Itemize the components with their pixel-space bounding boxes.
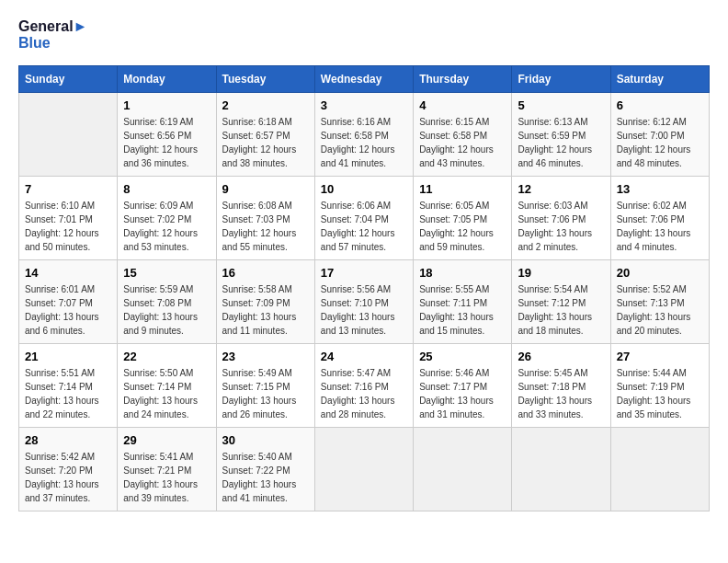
column-header-friday: Friday	[512, 66, 610, 93]
day-number: 13	[617, 182, 703, 196]
day-info: Sunrise: 5:56 AMSunset: 7:10 PMDaylight:…	[321, 282, 407, 338]
day-number: 1	[123, 98, 210, 112]
calendar-week-3: 14 Sunrise: 6:01 AMSunset: 7:07 PMDaylig…	[19, 260, 710, 344]
calendar-cell: 13 Sunrise: 6:02 AMSunset: 7:06 PMDaylig…	[610, 177, 709, 260]
calendar-cell: 2 Sunrise: 6:18 AMSunset: 6:57 PMDayligh…	[216, 93, 314, 177]
day-info: Sunrise: 5:45 AMSunset: 7:18 PMDaylight:…	[518, 366, 604, 421]
day-number: 28	[25, 433, 111, 447]
day-info: Sunrise: 6:13 AMSunset: 6:59 PMDaylight:…	[518, 115, 604, 170]
calendar-cell: 27 Sunrise: 5:44 AMSunset: 7:19 PMDaylig…	[610, 344, 709, 428]
calendar-cell: 4 Sunrise: 6:15 AMSunset: 6:58 PMDayligh…	[414, 93, 512, 177]
day-number: 9	[222, 182, 309, 196]
calendar-cell: 14 Sunrise: 6:01 AMSunset: 7:07 PMDaylig…	[19, 260, 118, 344]
day-info: Sunrise: 6:06 AMSunset: 7:04 PMDaylight:…	[321, 199, 407, 254]
calendar-cell: 12 Sunrise: 6:03 AMSunset: 7:06 PMDaylig…	[512, 177, 610, 260]
day-info: Sunrise: 5:55 AMSunset: 7:11 PMDaylight:…	[419, 282, 506, 338]
day-info: Sunrise: 5:41 AMSunset: 7:21 PMDaylight:…	[123, 450, 210, 505]
day-info: Sunrise: 5:46 AMSunset: 7:17 PMDaylight:…	[419, 366, 506, 421]
day-info: Sunrise: 6:01 AMSunset: 7:07 PMDaylight:…	[25, 282, 111, 338]
calendar-cell: 3 Sunrise: 6:16 AMSunset: 6:58 PMDayligh…	[314, 93, 413, 177]
day-number: 21	[25, 350, 111, 363]
calendar-cell: 16 Sunrise: 5:58 AMSunset: 7:09 PMDaylig…	[216, 260, 314, 344]
calendar-cell: 21 Sunrise: 5:51 AMSunset: 7:14 PMDaylig…	[19, 344, 118, 428]
day-info: Sunrise: 5:59 AMSunset: 7:08 PMDaylight:…	[123, 282, 210, 338]
day-number: 30	[222, 433, 309, 447]
calendar-cell: 11 Sunrise: 6:05 AMSunset: 7:05 PMDaylig…	[414, 177, 512, 260]
calendar-cell: 1 Sunrise: 6:19 AMSunset: 6:56 PMDayligh…	[118, 93, 216, 177]
day-number: 27	[617, 350, 703, 363]
calendar-week-1: 1 Sunrise: 6:19 AMSunset: 6:56 PMDayligh…	[19, 93, 710, 177]
calendar-cell	[610, 428, 709, 511]
day-info: Sunrise: 6:18 AMSunset: 6:57 PMDaylight:…	[222, 115, 309, 170]
column-header-wednesday: Wednesday	[314, 66, 413, 93]
day-number: 7	[25, 182, 111, 196]
day-number: 4	[419, 98, 506, 112]
calendar-cell	[414, 428, 512, 511]
calendar-cell: 5 Sunrise: 6:13 AMSunset: 6:59 PMDayligh…	[512, 93, 610, 177]
day-number: 14	[25, 266, 111, 280]
calendar-cell: 22 Sunrise: 5:50 AMSunset: 7:14 PMDaylig…	[118, 344, 216, 428]
day-info: Sunrise: 5:51 AMSunset: 7:14 PMDaylight:…	[25, 366, 111, 421]
calendar-cell	[314, 428, 413, 511]
calendar-cell: 20 Sunrise: 5:52 AMSunset: 7:13 PMDaylig…	[610, 260, 709, 344]
calendar-cell: 9 Sunrise: 6:08 AMSunset: 7:03 PMDayligh…	[216, 177, 314, 260]
calendar-cell: 25 Sunrise: 5:46 AMSunset: 7:17 PMDaylig…	[414, 344, 512, 428]
column-header-saturday: Saturday	[610, 66, 709, 93]
day-info: Sunrise: 6:19 AMSunset: 6:56 PMDaylight:…	[123, 115, 210, 170]
day-info: Sunrise: 5:47 AMSunset: 7:16 PMDaylight:…	[321, 366, 407, 421]
calendar-cell: 24 Sunrise: 5:47 AMSunset: 7:16 PMDaylig…	[314, 344, 413, 428]
day-info: Sunrise: 5:50 AMSunset: 7:14 PMDaylight:…	[123, 366, 210, 421]
day-info: Sunrise: 5:54 AMSunset: 7:12 PMDaylight:…	[518, 282, 604, 338]
day-info: Sunrise: 6:15 AMSunset: 6:58 PMDaylight:…	[419, 115, 506, 170]
calendar-cell: 10 Sunrise: 6:06 AMSunset: 7:04 PMDaylig…	[314, 177, 413, 260]
day-number: 5	[518, 98, 604, 112]
day-info: Sunrise: 6:05 AMSunset: 7:05 PMDaylight:…	[419, 199, 506, 254]
day-number: 8	[123, 182, 210, 196]
calendar-cell: 19 Sunrise: 5:54 AMSunset: 7:12 PMDaylig…	[512, 260, 610, 344]
day-info: Sunrise: 6:12 AMSunset: 7:00 PMDaylight:…	[617, 115, 703, 170]
day-info: Sunrise: 5:49 AMSunset: 7:15 PMDaylight:…	[222, 366, 309, 421]
day-info: Sunrise: 5:58 AMSunset: 7:09 PMDaylight:…	[222, 282, 309, 338]
calendar-cell: 23 Sunrise: 5:49 AMSunset: 7:15 PMDaylig…	[216, 344, 314, 428]
day-number: 10	[321, 182, 407, 196]
calendar-cell: 8 Sunrise: 6:09 AMSunset: 7:02 PMDayligh…	[118, 177, 216, 260]
day-number: 23	[222, 350, 309, 363]
day-number: 3	[321, 98, 407, 112]
column-header-sunday: Sunday	[19, 66, 118, 93]
day-number: 22	[123, 350, 210, 363]
day-info: Sunrise: 5:42 AMSunset: 7:20 PMDaylight:…	[25, 450, 111, 505]
logo: General► Blue	[18, 18, 87, 51]
column-header-thursday: Thursday	[414, 66, 512, 93]
day-info: Sunrise: 6:02 AMSunset: 7:06 PMDaylight:…	[617, 199, 703, 254]
calendar-cell	[19, 93, 118, 177]
day-info: Sunrise: 5:40 AMSunset: 7:22 PMDaylight:…	[222, 450, 309, 505]
calendar-week-5: 28 Sunrise: 5:42 AMSunset: 7:20 PMDaylig…	[19, 428, 710, 511]
day-number: 12	[518, 182, 604, 196]
day-info: Sunrise: 6:09 AMSunset: 7:02 PMDaylight:…	[123, 199, 210, 254]
day-number: 15	[123, 266, 210, 280]
day-number: 25	[419, 350, 506, 363]
page-header: General► Blue	[18, 18, 710, 51]
day-number: 17	[321, 266, 407, 280]
day-info: Sunrise: 6:03 AMSunset: 7:06 PMDaylight:…	[518, 199, 604, 254]
day-number: 29	[123, 433, 210, 447]
calendar-cell: 28 Sunrise: 5:42 AMSunset: 7:20 PMDaylig…	[19, 428, 118, 511]
calendar-cell: 6 Sunrise: 6:12 AMSunset: 7:00 PMDayligh…	[610, 93, 709, 177]
calendar-header-row: SundayMondayTuesdayWednesdayThursdayFrid…	[19, 66, 710, 93]
calendar-table: SundayMondayTuesdayWednesdayThursdayFrid…	[18, 65, 710, 511]
day-info: Sunrise: 6:10 AMSunset: 7:01 PMDaylight:…	[25, 199, 111, 254]
day-number: 20	[617, 266, 703, 280]
day-info: Sunrise: 5:44 AMSunset: 7:19 PMDaylight:…	[617, 366, 703, 421]
day-number: 24	[321, 350, 407, 363]
day-info: Sunrise: 5:52 AMSunset: 7:13 PMDaylight:…	[617, 282, 703, 338]
day-info: Sunrise: 6:08 AMSunset: 7:03 PMDaylight:…	[222, 199, 309, 254]
calendar-cell: 15 Sunrise: 5:59 AMSunset: 7:08 PMDaylig…	[118, 260, 216, 344]
calendar-cell: 26 Sunrise: 5:45 AMSunset: 7:18 PMDaylig…	[512, 344, 610, 428]
calendar-cell: 29 Sunrise: 5:41 AMSunset: 7:21 PMDaylig…	[118, 428, 216, 511]
calendar-week-2: 7 Sunrise: 6:10 AMSunset: 7:01 PMDayligh…	[19, 177, 710, 260]
column-header-monday: Monday	[118, 66, 216, 93]
day-number: 19	[518, 266, 604, 280]
day-number: 18	[419, 266, 506, 280]
calendar-cell: 18 Sunrise: 5:55 AMSunset: 7:11 PMDaylig…	[414, 260, 512, 344]
calendar-cell: 7 Sunrise: 6:10 AMSunset: 7:01 PMDayligh…	[19, 177, 118, 260]
